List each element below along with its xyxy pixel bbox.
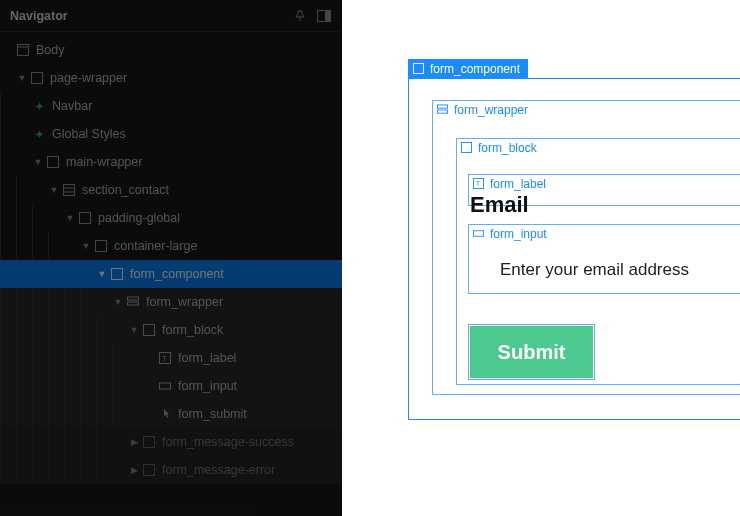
tree-label: form_label — [178, 351, 236, 365]
tree-item-form-component[interactable]: ▼ form_component — [0, 260, 342, 288]
svg-rect-10 — [96, 241, 107, 252]
svg-rect-18 — [144, 437, 155, 448]
tree-label: form_message-success — [162, 435, 294, 449]
chevron-down-icon[interactable]: ▼ — [128, 325, 140, 335]
canvas-preview: form_component form_wrapper form_block T… — [342, 0, 740, 516]
svg-rect-5 — [48, 157, 59, 168]
tree-item-section-contact[interactable]: ▼ section_contact — [0, 176, 342, 204]
tree-label: padding-global — [98, 211, 180, 225]
tree-label: Navbar — [52, 99, 92, 113]
selection-tag: form_component — [408, 59, 528, 79]
symbol-icon: ✦ — [32, 99, 46, 114]
symbol-icon: ✦ — [32, 127, 46, 142]
tree-label: form_input — [178, 379, 237, 393]
tree-item-form-message-error[interactable]: ▶ form_message-error — [0, 456, 342, 484]
div-icon — [142, 463, 156, 477]
svg-rect-17 — [160, 383, 171, 389]
pointer-icon — [158, 407, 172, 421]
form-input-placeholder[interactable]: Enter your email address — [500, 260, 689, 280]
chevron-down-icon[interactable]: ▼ — [96, 269, 108, 279]
tree-item-container-large[interactable]: ▼ container-large — [0, 232, 342, 260]
svg-rect-12 — [128, 297, 139, 300]
svg-rect-14 — [144, 325, 155, 336]
svg-rect-19 — [144, 465, 155, 476]
outline-form-input[interactable]: form_input — [468, 224, 740, 294]
tree-label: form_component — [130, 267, 224, 281]
navigator-header: Navigator — [0, 0, 342, 32]
chevron-down-icon[interactable]: ▼ — [80, 241, 92, 251]
chevron-right-icon[interactable]: ▶ — [128, 465, 140, 475]
div-icon — [142, 323, 156, 337]
tree-item-padding-global[interactable]: ▼ padding-global — [0, 204, 342, 232]
tree-item-body[interactable]: Body — [0, 36, 342, 64]
tree-label: page-wrapper — [50, 71, 127, 85]
tree-label: form_block — [162, 323, 223, 337]
svg-rect-21 — [437, 105, 447, 108]
svg-rect-23 — [461, 142, 471, 152]
tree-item-page-wrapper[interactable]: ▼ page-wrapper — [0, 64, 342, 92]
svg-rect-22 — [437, 110, 447, 113]
tree-item-form-message-success[interactable]: ▶ form_message-success — [0, 428, 342, 456]
div-icon — [142, 435, 156, 449]
text-icon: T — [473, 178, 485, 190]
tree-label: main-wrapper — [66, 155, 142, 169]
outline-tag: form_wrapper — [433, 101, 528, 119]
pin-icon[interactable] — [292, 8, 308, 24]
tree-label: form_message-error — [162, 463, 275, 477]
div-icon — [46, 155, 60, 169]
text-icon: T — [158, 351, 172, 365]
tree-label: container-large — [114, 239, 197, 253]
svg-text:T: T — [162, 354, 167, 363]
chevron-down-icon[interactable]: ▼ — [48, 185, 60, 195]
tree-label: form_wrapper — [146, 295, 223, 309]
tree-item-main-wrapper[interactable]: ▼ main-wrapper — [0, 148, 342, 176]
tree-item-form-submit[interactable]: ▼ form_submit — [0, 400, 342, 428]
chevron-right-icon[interactable]: ▶ — [128, 437, 140, 447]
svg-rect-13 — [128, 302, 139, 305]
tree-item-form-input[interactable]: ▼ form_input — [0, 372, 342, 400]
outline-tag: form_block — [457, 139, 537, 157]
tree-label: form_submit — [178, 407, 247, 421]
navigator-title: Navigator — [10, 9, 284, 23]
chevron-down-icon[interactable]: ▼ — [16, 73, 28, 83]
tree-item-form-label[interactable]: ▼ T form_label — [0, 344, 342, 372]
chevron-down-icon[interactable]: ▼ — [112, 297, 124, 307]
outline-tag: T form_label — [469, 175, 546, 193]
svg-rect-20 — [413, 63, 423, 73]
navigator-tree: Body ▼ page-wrapper ✦ Navbar ✦ Global St… — [0, 32, 342, 484]
outline-tag: form_input — [469, 225, 547, 243]
div-icon — [94, 239, 108, 253]
svg-rect-4 — [32, 73, 43, 84]
tree-item-form-block[interactable]: ▼ form_block — [0, 316, 342, 344]
tag-label: form_label — [490, 177, 546, 191]
tree-item-navbar[interactable]: ✦ Navbar — [0, 92, 342, 120]
div-icon — [461, 142, 473, 154]
chevron-down-icon[interactable]: ▼ — [32, 157, 44, 167]
body-icon — [16, 43, 30, 57]
div-icon — [413, 63, 425, 75]
tree-item-global-styles[interactable]: ✦ Global Styles — [0, 120, 342, 148]
form-label-text: Email — [470, 192, 529, 218]
tag-label: form_wrapper — [454, 103, 528, 117]
svg-rect-1 — [325, 10, 331, 21]
panel-toggle-icon[interactable] — [316, 8, 332, 24]
chevron-down-icon[interactable]: ▼ — [64, 213, 76, 223]
svg-rect-9 — [80, 213, 91, 224]
submit-button[interactable]: Submit — [470, 326, 593, 378]
svg-rect-11 — [112, 269, 123, 280]
tag-label: form_input — [490, 227, 547, 241]
div-icon — [110, 267, 124, 281]
svg-rect-2 — [18, 45, 29, 56]
tree-label: section_contact — [82, 183, 169, 197]
form-icon — [126, 295, 140, 309]
input-icon — [473, 228, 485, 240]
div-icon — [78, 211, 92, 225]
svg-text:T: T — [476, 179, 481, 188]
navigator-panel: Navigator Body ▼ page-wrapper ✦ Navbar ✦ — [0, 0, 342, 516]
tag-label: form_block — [478, 141, 537, 155]
section-icon — [62, 183, 76, 197]
div-icon — [30, 71, 44, 85]
tree-item-form-wrapper[interactable]: ▼ form_wrapper — [0, 288, 342, 316]
input-icon — [158, 379, 172, 393]
svg-rect-26 — [473, 231, 483, 237]
